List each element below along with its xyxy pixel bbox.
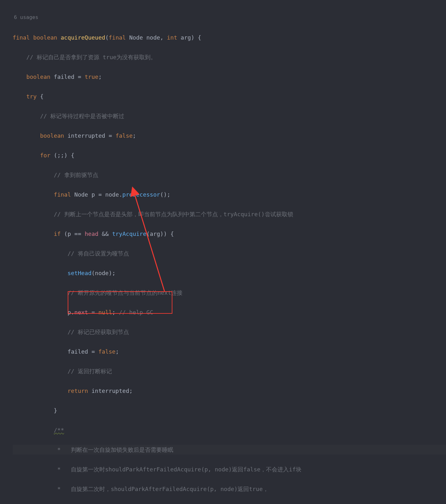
code-line: boolean failed = true;	[13, 72, 446, 82]
code-line: }	[13, 406, 446, 415]
code-line: * 自旋第二次时，shouldParkAfterFailedAcquire(p,…	[13, 484, 446, 494]
code-line: setHead(node);	[13, 268, 446, 278]
code-line: // 拿到前驱节点	[13, 170, 446, 180]
code-line: * 判断在一次自旋加锁失败后是否需要睡眠	[13, 445, 446, 455]
code-line: try {	[13, 91, 446, 101]
code-line: // 断开原先的哑节点与当前节点的next连接	[13, 288, 446, 298]
code-editor[interactable]: 6 usages final boolean acquireQueued(fin…	[0, 0, 446, 504]
code-line: if (p == head && tryAcquire(arg)) {	[13, 229, 446, 239]
code-line: // 标记等待过程中是否被中断过	[13, 111, 446, 121]
code-line: // 将自己设置为哑节点	[13, 249, 446, 258]
code-line: // 标记自己是否拿到了资源 true为没有获取到。	[13, 52, 446, 62]
code-line: // 判断上一个节点是否是头部，即当前节点为队列中第二个节点，tryAcquir…	[13, 209, 446, 219]
code-line: failed = false;	[13, 347, 446, 356]
code-line: final Node p = node.predecessor();	[13, 190, 446, 199]
code-line: // 标记已经获取到节点	[13, 327, 446, 337]
code-line: * 自旋第一次时shouldParkAfterFailedAcquire(p, …	[13, 464, 446, 474]
code-line: final boolean acquireQueued(final Node n…	[13, 33, 446, 42]
code-line: boolean interrupted = false;	[13, 131, 446, 141]
code-line: /**	[13, 425, 446, 435]
code-line: // 返回打断标记	[13, 366, 446, 376]
code-line: return interrupted;	[13, 386, 446, 396]
code-line: p.next = null; // help GC	[13, 307, 446, 317]
code-line: for (;;) {	[13, 150, 446, 160]
usages-hint[interactable]: 6 usages	[14, 12, 446, 22]
